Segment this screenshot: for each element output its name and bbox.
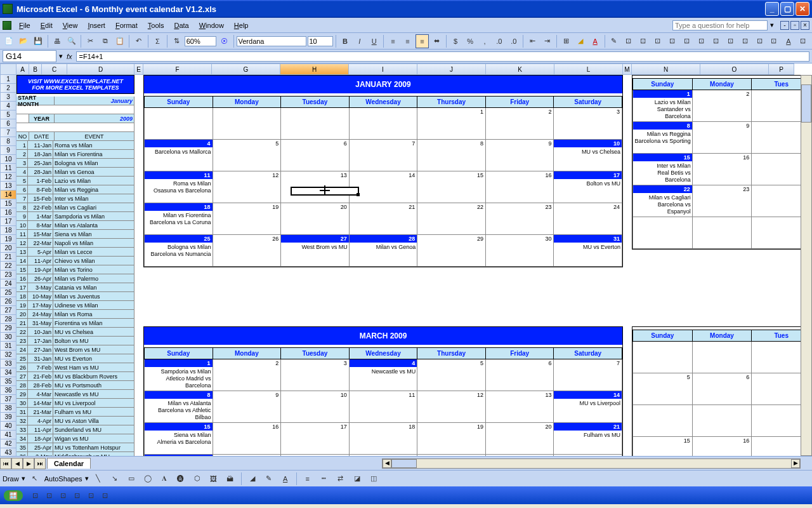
calendar-day-cell[interactable]: 1Sampdoria vs MilanAtletico Madrid vs Ba… [144,359,213,391]
event-row[interactable]: 111-JanRoma vs Milan [16,141,134,150]
row-header-34[interactable]: 34 [0,368,16,377]
col-header-M[interactable]: M [623,64,632,75]
task-icon[interactable]: ⊡ [42,488,56,502]
row-header-1[interactable]: 1 [0,75,16,84]
calendar-day-cell[interactable]: 9 [213,391,282,423]
col-header-B[interactable]: B [29,64,42,75]
calendar-day-cell[interactable]: 5 [632,373,693,405]
event-row[interactable]: 135-AprMilan vs Lecce [16,248,134,257]
vertical-scrollbar[interactable] [801,75,812,456]
tool-icon[interactable]: ⊡ [695,34,708,48]
scroll-thumb[interactable] [801,84,811,123]
calendar-day-cell[interactable]: 4Barcelona vs Mallorca [144,140,213,171]
calendar-day-cell[interactable]: 30 [486,235,554,267]
calendar-day-cell[interactable]: 15 [632,437,693,456]
calendar-day-cell[interactable]: 15Siena vs MilanAlmeria vs Barcelona [144,423,213,455]
start-month-value[interactable]: January [55,97,134,105]
calendar-day-cell[interactable]: 20 [281,203,350,235]
calendar-day-cell[interactable]: 19 [417,423,486,455]
tool-icon[interactable]: ⊡ [622,34,635,48]
calendar-day-cell[interactable]: 2 [693,90,752,122]
row-header-17[interactable]: 17 [0,217,16,226]
borders-icon[interactable]: ⊞ [560,34,573,48]
tool-icon[interactable]: ⊡ [768,34,781,48]
col-header-L[interactable]: L [554,64,623,75]
calendar-day-cell[interactable]: 1 [417,108,486,140]
event-row[interactable]: 108-MarMilan vs Atalanta [16,221,134,230]
event-row[interactable]: 3014-MarMU vs Liverpool [16,399,134,408]
font-color2-icon[interactable]: A [782,34,795,48]
help-icon[interactable]: ⦿ [218,34,231,48]
calendar-day-cell[interactable]: 14 [350,171,418,203]
comma-icon[interactable]: , [478,34,491,48]
undo-icon[interactable]: ↶ [132,34,145,48]
task-icon[interactable]: ⊡ [70,488,84,502]
calendar-day-cell[interactable]: 3 [554,108,622,140]
event-row[interactable]: 2721-FebMU vs Blackburn Rovers [16,372,134,381]
font-color-icon[interactable]: A [589,34,602,48]
row-header-22[interactable]: 22 [0,262,16,271]
doc-close-button[interactable]: × [801,21,809,30]
calendar-day-cell[interactable]: 10 [281,391,350,423]
3d-icon[interactable]: ◫ [367,472,381,486]
calendar-day-cell[interactable] [693,217,752,249]
event-row[interactable]: 2531-JanMU vs Everton [16,354,134,363]
wordart-icon[interactable]: 🅐 [174,472,188,486]
row-header-24[interactable]: 24 [0,279,16,288]
rect-icon[interactable]: ▭ [124,472,138,486]
event-row[interactable]: 822-FebMilan vs Cagliari [16,203,134,212]
event-row[interactable]: 51-FebLazio vs Milan [16,177,134,185]
calendar-day-cell[interactable]: 2 [213,359,282,391]
calendar-day-cell[interactable] [281,108,350,140]
event-row[interactable]: 1917-MayUdinese vs Milan [16,301,134,310]
event-row[interactable]: 91-MarSampdoria vs Milan [16,212,134,221]
row-header-37[interactable]: 37 [0,395,16,404]
help-dropdown-icon[interactable]: ▾ [770,21,774,29]
tab-next-icon[interactable]: ▶ [23,458,34,469]
row-header-40[interactable]: 40 [0,422,16,431]
draw-menu[interactable]: Draw [3,475,19,483]
row-header-10[interactable]: 10 [0,155,16,164]
open-icon[interactable]: 📂 [17,34,30,48]
calendar-day-cell[interactable]: 15Inter vs MilanReal Betis vs Barcelona [632,154,693,185]
row-header-43[interactable]: 43 [0,448,16,456]
row-header-30[interactable]: 30 [0,333,16,342]
calendar-day-cell[interactable]: 18Milan vs FiorentinaBarcelona vs La Cor… [144,203,213,235]
print-icon[interactable]: 🖶 [51,34,64,48]
copy-icon[interactable]: ⧉ [98,34,112,48]
calendar-day-cell[interactable]: 18 [350,423,418,455]
arrow-icon[interactable]: ↘ [108,472,122,486]
row-header-35[interactable]: 35 [0,377,16,386]
underline-icon[interactable]: U [367,34,381,48]
row-header-3[interactable]: 3 [0,93,16,102]
row-header-14[interactable]: 14 [0,190,16,199]
help-input[interactable] [672,20,768,30]
calendar-day-cell[interactable]: 11 [350,391,418,423]
event-row[interactable]: 3418-AprWigan vs MU [16,434,134,443]
save-icon[interactable]: 💾 [32,34,45,48]
calendar-day-cell[interactable]: 24 [554,203,622,235]
calendar-day-cell[interactable]: 8Milan vs AtalantaBarcelona vs Athletic … [144,391,213,423]
fill-color-icon[interactable]: ◢ [574,34,587,48]
italic-icon[interactable]: I [353,34,366,48]
font-size-select[interactable] [308,36,333,46]
new-icon[interactable]: 📄 [3,34,16,48]
row-header-15[interactable]: 15 [0,199,16,208]
font-color-icon[interactable]: A [278,472,292,486]
row-header-28[interactable]: 28 [0,315,16,324]
menu-tools[interactable]: Tools [143,20,169,30]
oval-icon[interactable]: ◯ [141,472,155,486]
calendar-day-cell[interactable]: 21 [350,203,418,235]
calendar-day-cell[interactable]: 3 [281,359,350,391]
textbox-icon[interactable]: 𝐀 [157,472,171,486]
indent-dec-icon[interactable]: ⇤ [526,34,539,48]
event-row[interactable]: 3525-AprMU vs Tottenham Hotspur [16,443,134,452]
paste-icon[interactable]: 📋 [113,34,126,48]
calendar-day-cell[interactable]: 23 [486,203,554,235]
event-row[interactable]: 715-FebInter vs Milan [16,194,134,203]
tool-icon[interactable]: ⊡ [753,34,766,48]
help-search[interactable] [672,20,768,30]
calendar-day-cell[interactable]: 2 [486,108,554,140]
tool-icon[interactable]: ✎ [608,34,621,48]
font-select[interactable] [237,36,306,46]
